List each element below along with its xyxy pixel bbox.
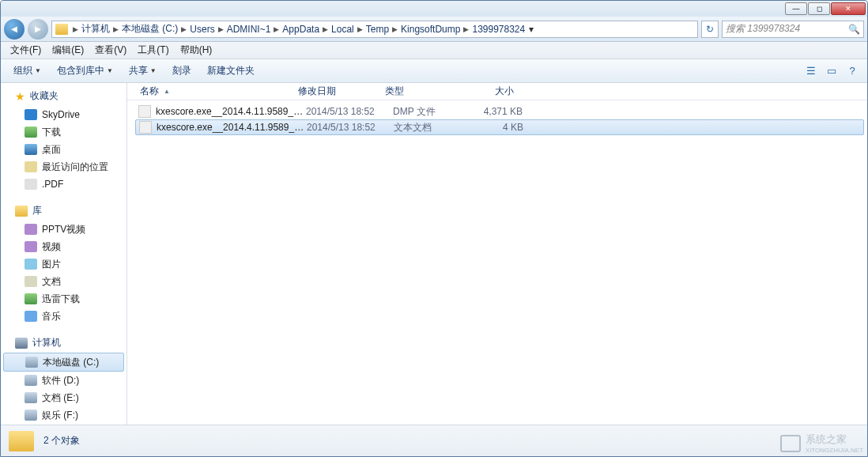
status-count: 2 个对象 — [43, 434, 80, 448]
favorites-header[interactable]: ★收藏夹 — [1, 88, 126, 106]
sidebar-item-pictures[interactable]: 图片 — [1, 255, 126, 273]
refresh-button[interactable]: ↻ — [701, 21, 719, 38]
file-size: 4,371 KB — [464, 106, 523, 117]
back-button[interactable]: ◄ — [4, 19, 25, 40]
sidebar-item-pptv[interactable]: PPTV视频 — [1, 221, 126, 238]
search-placeholder: 搜索 1399978324 — [726, 22, 800, 36]
computer-header[interactable]: 计算机 — [1, 334, 126, 353]
file-type: DMP 文件 — [393, 105, 464, 119]
sidebar-item-music[interactable]: 音乐 — [1, 308, 126, 325]
chevron-right-icon[interactable]: ▶ — [323, 25, 328, 33]
chevron-right-icon[interactable]: ▶ — [73, 25, 78, 33]
breadcrumb-item[interactable]: Local — [331, 24, 354, 35]
menu-help[interactable]: 帮助(H) — [175, 42, 217, 59]
folder-icon — [55, 24, 68, 35]
sidebar-item-drive-d[interactable]: 软件 (D:) — [1, 372, 126, 389]
organize-button[interactable]: 组织▼ — [7, 62, 47, 80]
chevron-right-icon[interactable]: ▶ — [392, 25, 398, 33]
file-date: 2014/5/13 18:52 — [307, 122, 394, 133]
video-icon — [25, 224, 37, 235]
breadcrumb-item[interactable]: AppData — [282, 24, 319, 35]
chevron-right-icon[interactable]: ▶ — [357, 25, 363, 33]
computer-icon — [15, 338, 28, 349]
file-name: kxescore.exe__2014.4.11.9589__kae... — [157, 122, 307, 133]
sidebar-item-drive-c[interactable]: 本地磁盘 (C:) — [3, 353, 124, 372]
drive-icon — [25, 375, 37, 386]
new-folder-button[interactable]: 新建文件夹 — [201, 62, 261, 80]
chevron-right-icon[interactable]: ▶ — [181, 25, 187, 33]
file-icon — [138, 105, 151, 118]
sort-arrow-icon: ▲ — [164, 88, 170, 95]
share-button[interactable]: 共享▼ — [123, 62, 163, 80]
sidebar-item-drive-f[interactable]: 娱乐 (F:) — [1, 406, 126, 424]
file-list[interactable]: kxescore.exe__2014.4.11.9589__kae... 201… — [127, 100, 867, 425]
menu-bar: 文件(F) 编辑(E) 查看(V) 工具(T) 帮助(H) — [1, 42, 867, 59]
search-input[interactable]: 搜索 1399978324 🔍 — [722, 21, 864, 38]
breadcrumb-item[interactable]: Users — [190, 24, 214, 35]
column-date[interactable]: 修改日期 — [293, 85, 380, 98]
sidebar-item-video[interactable]: 视频 — [1, 238, 126, 255]
navigation-bar: ◄ ► ▶ 计算机▶ 本地磁盘 (C:)▶ Users▶ ADMINI~1▶ A… — [1, 17, 867, 42]
chevron-right-icon[interactable]: ▶ — [463, 25, 469, 33]
picture-icon — [25, 259, 37, 270]
file-row[interactable]: kxescore.exe__2014.4.11.9589__kae... 201… — [135, 119, 864, 135]
libraries-header[interactable]: 库 — [1, 202, 126, 221]
file-name: kxescore.exe__2014.4.11.9589__kae... — [156, 106, 306, 117]
sidebar-item-xunlei[interactable]: 迅雷下载 — [1, 290, 126, 308]
navigation-pane: ★收藏夹 SkyDrive 下载 桌面 最近访问的位置 .PDF 库 PPTV视… — [1, 83, 127, 425]
download-icon — [25, 293, 37, 304]
preview-pane-button[interactable]: ▭ — [823, 63, 840, 79]
breadcrumb-item[interactable]: 计算机 — [81, 22, 110, 36]
recent-icon — [25, 161, 37, 172]
menu-edit[interactable]: 编辑(E) — [47, 42, 89, 59]
column-name[interactable]: 名称▲ — [135, 85, 293, 98]
breadcrumb-item[interactable]: 1399978324 — [472, 24, 525, 35]
chevron-right-icon[interactable]: ▶ — [113, 25, 119, 33]
search-icon[interactable]: 🔍 — [848, 24, 860, 35]
download-icon — [25, 127, 37, 138]
breadcrumb-item[interactable]: KingsoftDump — [401, 24, 460, 35]
close-button[interactable]: ✕ — [831, 2, 866, 15]
chevron-right-icon[interactable]: ▶ — [274, 25, 279, 33]
sidebar-item-downloads[interactable]: 下载 — [1, 123, 126, 141]
address-bar[interactable]: ▶ 计算机▶ 本地磁盘 (C:)▶ Users▶ ADMINI~1▶ AppDa… — [51, 21, 698, 38]
file-type: 文本文档 — [394, 121, 465, 134]
video-icon — [25, 241, 37, 252]
sidebar-item-documents[interactable]: 文档 — [1, 273, 126, 290]
library-icon — [15, 206, 28, 217]
sidebar-item-skydrive[interactable]: SkyDrive — [1, 106, 126, 123]
address-dropdown[interactable]: ▾ — [525, 24, 538, 35]
breadcrumb-item[interactable]: ADMINI~1 — [227, 24, 271, 35]
burn-button[interactable]: 刻录 — [166, 62, 198, 80]
star-icon: ★ — [15, 90, 25, 103]
include-library-button[interactable]: 包含到库中▼ — [51, 62, 119, 80]
file-row[interactable]: kxescore.exe__2014.4.11.9589__kae... 201… — [135, 104, 867, 119]
minimize-button[interactable]: — — [785, 2, 807, 15]
menu-tools[interactable]: 工具(T) — [133, 42, 173, 59]
sidebar-item-pdf[interactable]: .PDF — [1, 176, 126, 193]
chevron-down-icon: ▼ — [150, 67, 157, 74]
menu-view[interactable]: 查看(V) — [90, 42, 131, 59]
column-type[interactable]: 类型 — [380, 85, 451, 98]
breadcrumb-item[interactable]: Temp — [366, 24, 389, 35]
pdf-icon — [25, 179, 37, 190]
content-pane: 名称▲ 修改日期 类型 大小 kxescore.exe__2014.4.11.9… — [127, 83, 867, 425]
chevron-down-icon: ▼ — [107, 67, 113, 74]
folder-large-icon — [9, 431, 34, 451]
maximize-button[interactable]: ◻ — [808, 2, 830, 15]
column-size[interactable]: 大小 — [451, 85, 515, 98]
explorer-window: — ◻ ✕ ◄ ► ▶ 计算机▶ 本地磁盘 (C:)▶ Users▶ ADMIN… — [0, 0, 868, 457]
chevron-right-icon[interactable]: ▶ — [218, 25, 224, 33]
file-icon — [139, 121, 152, 134]
help-button[interactable]: ? — [843, 63, 861, 79]
sidebar-item-drive-e[interactable]: 文档 (E:) — [1, 389, 126, 406]
sidebar-item-desktop[interactable]: 桌面 — [1, 141, 126, 158]
forward-button[interactable]: ► — [28, 19, 48, 40]
menu-file[interactable]: 文件(F) — [6, 42, 46, 59]
desktop-icon — [25, 144, 37, 155]
breadcrumb-item[interactable]: 本地磁盘 (C:) — [122, 22, 178, 36]
file-date: 2014/5/13 18:52 — [306, 106, 393, 117]
sidebar-item-recent[interactable]: 最近访问的位置 — [1, 158, 126, 176]
view-mode-button[interactable]: ☰ — [802, 63, 820, 79]
computer-group: 计算机 本地磁盘 (C:) 软件 (D:) 文档 (E:) 娱乐 (F:) — [1, 334, 126, 424]
